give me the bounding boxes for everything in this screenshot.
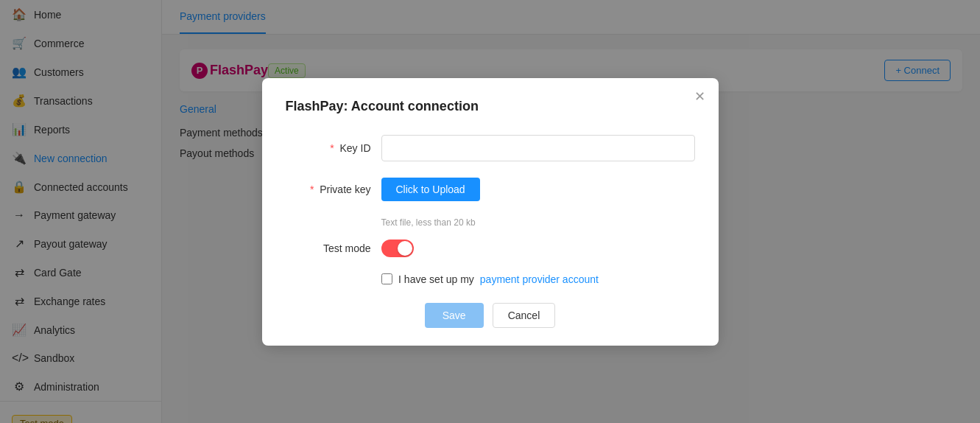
- key-id-row: * Key ID: [286, 135, 695, 161]
- private-key-label: * Private key: [286, 183, 381, 195]
- test-mode-row: Test mode: [286, 240, 695, 257]
- test-mode-label: Test mode: [286, 242, 381, 254]
- save-button[interactable]: Save: [425, 303, 484, 328]
- key-id-label: * Key ID: [286, 142, 381, 154]
- key-id-input[interactable]: [381, 135, 695, 161]
- required-marker: *: [330, 142, 334, 154]
- checkbox-label: I have set up my: [398, 273, 474, 285]
- upload-button[interactable]: Click to Upload: [381, 178, 480, 201]
- modal-title: FlashPay: Account connection: [286, 99, 695, 114]
- private-key-row: * Private key Click to Upload: [286, 178, 695, 201]
- checkbox-row: I have set up my payment provider accoun…: [286, 273, 695, 285]
- modal-close-button[interactable]: ✕: [694, 90, 705, 103]
- modal: FlashPay: Account connection ✕ * Key ID …: [262, 78, 719, 346]
- test-mode-toggle-container: [381, 240, 414, 257]
- required-marker: *: [310, 183, 314, 195]
- modal-actions: Save Cancel: [286, 303, 695, 328]
- cancel-button[interactable]: Cancel: [493, 303, 556, 328]
- modal-overlay[interactable]: FlashPay: Account connection ✕ * Key ID …: [0, 0, 980, 423]
- provider-account-link[interactable]: payment provider account: [480, 273, 599, 285]
- upload-hint: Text file, less than 20 kb: [381, 217, 695, 228]
- test-mode-toggle[interactable]: [381, 240, 414, 257]
- provider-setup-checkbox[interactable]: [381, 273, 392, 284]
